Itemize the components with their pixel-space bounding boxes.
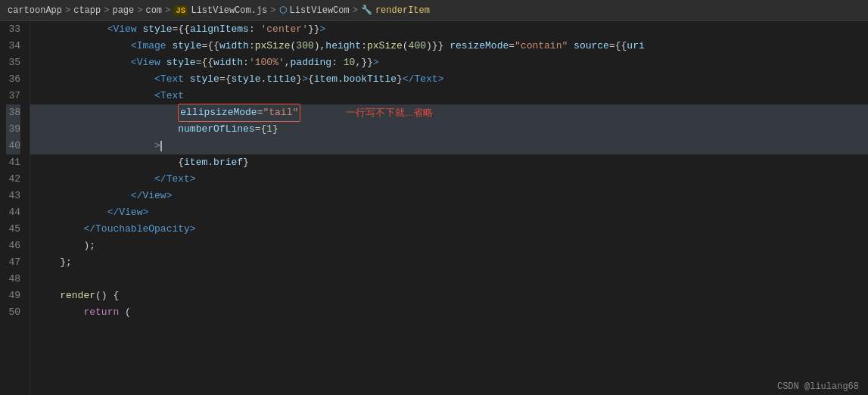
breadcrumb-ctapp[interactable]: ctapp: [73, 5, 101, 16]
ln-39: 39: [6, 121, 20, 138]
code-line-39: numberOfLines={1}: [30, 121, 868, 138]
ln-44: 44: [6, 204, 20, 221]
sep6: >: [353, 5, 358, 16]
code-line-51: [30, 321, 868, 337]
ln-45: 45: [6, 221, 20, 238]
code-line-46: );: [30, 238, 868, 254]
code-line-42: </Text>: [30, 171, 868, 188]
code-line-45: </TouchableOpacity>: [30, 221, 868, 238]
ln-33: 33: [6, 21, 20, 38]
code-line-34: <Image style={{width:pxSize(300),height:…: [30, 38, 868, 54]
ln-43: 43: [6, 188, 20, 204]
sep1: >: [65, 5, 70, 16]
code-line-44: </View>: [30, 204, 868, 221]
breadcrumb-funcname[interactable]: renderItem: [375, 5, 430, 16]
line-numbers: 33 34 35 36 37 38 39 40 41 42 43 44 45 4…: [0, 21, 30, 395]
code-line-48: [30, 271, 868, 288]
ln-36: 36: [6, 71, 20, 88]
code-lines: <View style={{alignItems: 'center'}}> <I…: [30, 21, 868, 337]
ln-50: 50: [6, 304, 20, 321]
watermark: CSDN @liulang68: [777, 381, 859, 392]
code-line-36: <Text style={style.title}>{item.bookTitl…: [30, 71, 868, 88]
code-line-47: };: [30, 254, 868, 271]
breadcrumb-filename[interactable]: ListViewCom.js: [191, 5, 267, 16]
ln-38: 38: [6, 104, 20, 121]
code-line-41: {item.brief}: [30, 154, 868, 171]
breadcrumb-class-icon: ⬡: [279, 5, 287, 16]
ln-40: 40: [6, 138, 20, 154]
breadcrumb-bar: cartoonApp > ctapp > page > com > JS Lis…: [0, 0, 868, 21]
ln-37: 37: [6, 88, 20, 104]
code-line-38: ellipsizeMode="tail" 一行写不下就...省略: [30, 104, 868, 121]
code-line-35: <View style={{width:'100%',padding: 10,}…: [30, 54, 868, 71]
ln-35: 35: [6, 54, 20, 71]
breadcrumb-com[interactable]: com: [145, 5, 162, 16]
breadcrumb-func-icon: 🔧: [361, 5, 372, 16]
ln-47: 47: [6, 254, 20, 271]
code-line-49: render() {: [30, 288, 868, 304]
breadcrumb-cartoonapp[interactable]: cartoonApp: [8, 5, 62, 16]
ln-34: 34: [6, 38, 20, 54]
code-line-40: >: [30, 138, 868, 154]
breadcrumb-page[interactable]: page: [112, 5, 134, 16]
ln-51: [6, 321, 20, 337]
ln-42: 42: [6, 171, 20, 188]
ln-46: 46: [6, 238, 20, 254]
sep5: >: [270, 5, 275, 16]
breadcrumb-classname[interactable]: ListViewCom: [290, 5, 350, 16]
sep4: >: [165, 5, 170, 16]
ln-48: 48: [6, 271, 20, 288]
sep3: >: [137, 5, 142, 16]
sep2: >: [104, 5, 109, 16]
ln-41: 41: [6, 154, 20, 171]
code-line-50: return (: [30, 304, 868, 321]
editor-area: 33 34 35 36 37 38 39 40 41 42 43 44 45 4…: [0, 21, 868, 395]
code-line-33: <View style={{alignItems: 'center'}}>: [30, 21, 868, 38]
breadcrumb-js-badge: JS: [173, 5, 188, 16]
code-line-37: <Text: [30, 88, 868, 104]
annotation-text: 一行写不下就...省略: [346, 104, 433, 121]
code-line-43: </View>: [30, 188, 868, 204]
ln-49: 49: [6, 288, 20, 304]
code-area[interactable]: <View style={{alignItems: 'center'}}> <I…: [30, 21, 868, 395]
